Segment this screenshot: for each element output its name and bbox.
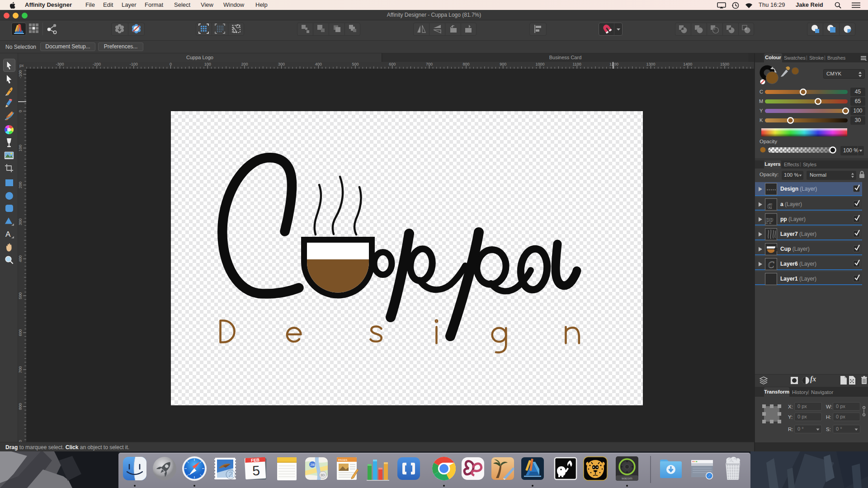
svg-text:400: 400 <box>18 255 23 262</box>
svg-text:700: 700 <box>426 62 433 66</box>
svg-text:-300: -300 <box>56 62 64 66</box>
svg-text:-200: -200 <box>93 62 101 66</box>
svg-text:1300: 1300 <box>646 62 656 66</box>
svg-text:C: C <box>768 260 774 270</box>
svg-text:FEB: FEB <box>251 457 260 463</box>
svg-text:200: 200 <box>18 182 23 188</box>
svg-text:800: 800 <box>463 62 470 66</box>
svg-text:5: 5 <box>252 463 260 478</box>
svg-text:1100: 1100 <box>573 62 581 66</box>
svg-text:wacom: wacom <box>621 476 632 480</box>
svg-text:1500: 1500 <box>720 62 729 66</box>
svg-text:-100: -100 <box>18 70 23 78</box>
svg-text:a: a <box>767 200 772 210</box>
svg-text:pp: pp <box>765 216 773 224</box>
svg-text:100: 100 <box>204 62 211 66</box>
svg-text:500: 500 <box>352 62 359 66</box>
svg-text:600: 600 <box>389 62 396 66</box>
svg-text:-100: -100 <box>130 62 138 66</box>
svg-text:1400: 1400 <box>683 62 692 66</box>
svg-text:PAGES: PAGES <box>338 459 347 461</box>
svg-text:900: 900 <box>500 62 506 66</box>
svg-text:500: 500 <box>18 292 23 299</box>
svg-text:3D: 3D <box>321 473 325 477</box>
svg-text:1000: 1000 <box>535 62 544 66</box>
svg-text:1200: 1200 <box>609 62 618 66</box>
svg-text:700: 700 <box>18 366 23 373</box>
svg-text:800: 800 <box>18 403 23 410</box>
svg-text:200: 200 <box>241 62 248 66</box>
svg-text:300: 300 <box>278 62 285 66</box>
svg-text:0: 0 <box>18 110 23 112</box>
svg-text:600: 600 <box>18 329 23 336</box>
svg-text:0: 0 <box>170 62 172 66</box>
svg-text:400: 400 <box>315 62 322 66</box>
svg-text:A: A <box>5 230 11 239</box>
svg-text:280: 280 <box>311 463 316 466</box>
svg-text:100: 100 <box>18 145 23 151</box>
svg-text:300: 300 <box>18 219 23 225</box>
